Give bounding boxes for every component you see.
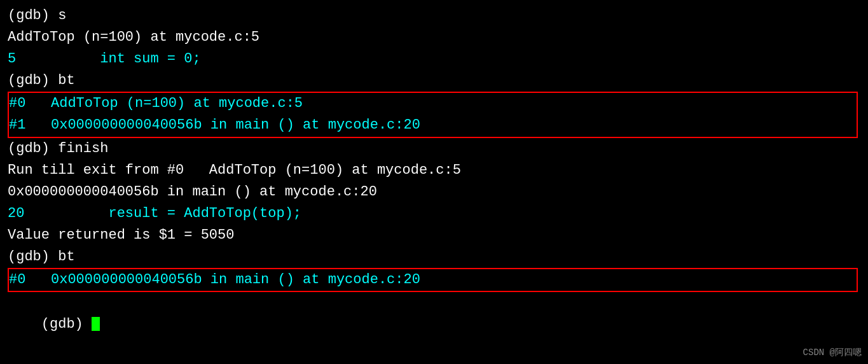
terminal-line: Run till exit from #0 AddToTop (n=100) a… [8,160,860,181]
terminal-line: (gdb) s [8,5,860,27]
terminal-line: (gdb) bt [8,70,860,92]
backtrace-box-2: #0 0x000000000040056b in main () at myco… [8,268,858,292]
terminal-line: (gdb) bt [8,246,860,268]
terminal-line: #0 0x000000000040056b in main () at myco… [9,269,857,291]
terminal-line: 0x000000000040056b in main () at mycode.… [8,181,860,203]
terminal-line: AddToTop (n=100) at mycode.c:5 [8,27,860,48]
terminal-line: #1 0x000000000040056b in main () at myco… [9,115,857,136]
watermark: CSDN @阿四嗯 [803,346,862,360]
terminal-line: 20 result = AddToTop(top); [8,203,860,225]
terminal-line: 5 int sum = 0; [8,48,860,70]
terminal-prompt: (gdb) [41,316,92,332]
terminal-prompt-line: (gdb) [8,292,860,357]
terminal-line: (gdb) finish [8,138,860,160]
backtrace-box-1: #0 AddToTop (n=100) at mycode.c:5 #1 0x0… [8,92,858,137]
terminal-window: (gdb) s AddToTop (n=100) at mycode.c:5 5… [0,0,868,364]
terminal-line: Value returned is $1 = 5050 [8,225,860,246]
terminal-cursor [92,317,100,331]
terminal-line: #0 AddToTop (n=100) at mycode.c:5 [9,93,857,115]
